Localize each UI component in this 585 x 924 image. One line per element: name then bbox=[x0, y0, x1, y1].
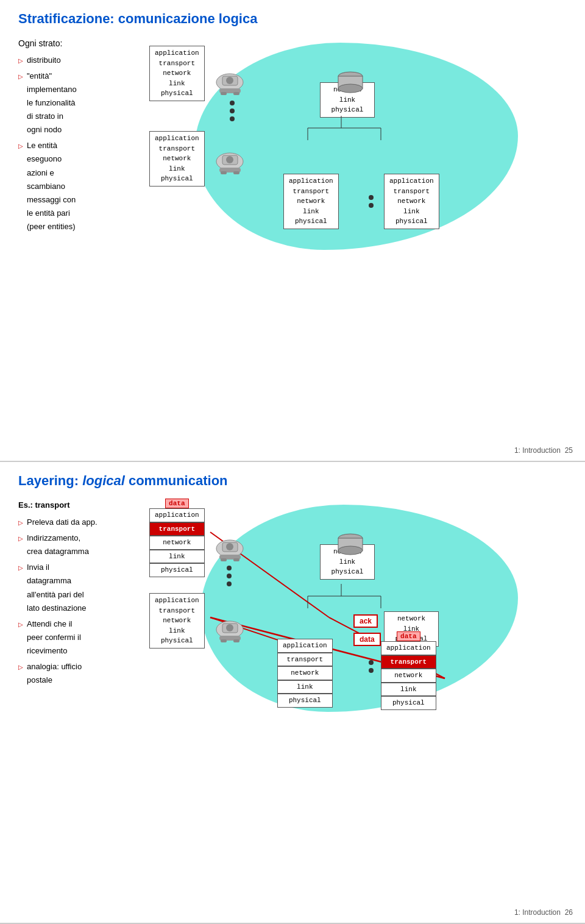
dot bbox=[369, 203, 374, 208]
bullet-icon: ▷ bbox=[18, 563, 23, 573]
stack-dest-right: application transport network link physi… bbox=[384, 174, 439, 229]
stack-layer-transport: transport bbox=[149, 522, 205, 536]
stack-layer: application bbox=[155, 595, 199, 606]
phone-icon-s2-1 bbox=[213, 536, 247, 569]
bullet-icon: ▷ bbox=[18, 141, 23, 151]
stack-layer: link bbox=[289, 207, 333, 217]
stack-sender2: application transport network link physi… bbox=[149, 131, 205, 187]
stack-sender2-s2: application transport network link physi… bbox=[149, 593, 205, 649]
stack-layer-app: application bbox=[149, 508, 205, 522]
stack-dest-left: application transport network link physi… bbox=[283, 174, 339, 229]
bullet-icon: ▷ bbox=[18, 55, 23, 66]
dots-connector bbox=[230, 101, 235, 121]
svg-point-3 bbox=[226, 77, 233, 84]
stack-layer: application bbox=[155, 133, 199, 144]
dot bbox=[227, 581, 232, 586]
stack-layer: application bbox=[389, 176, 434, 187]
stack-layer-network: network bbox=[381, 669, 436, 683]
dot bbox=[369, 668, 374, 673]
svg-point-37 bbox=[338, 546, 363, 555]
dot bbox=[230, 101, 235, 105]
dot bbox=[369, 195, 374, 200]
svg-rect-27 bbox=[221, 558, 227, 561]
router-cylinder-s2 bbox=[335, 532, 366, 559]
stack-layer: physical bbox=[155, 174, 199, 184]
bullet-icon: ▷ bbox=[18, 662, 23, 672]
data-label-top: data bbox=[165, 499, 188, 508]
stack-layer-physical: physical bbox=[381, 696, 436, 710]
stack-layer: transport bbox=[389, 187, 434, 197]
slide2-bullet-text-3: Invia ildatagrammaall'entità pari dellat… bbox=[27, 561, 87, 614]
stack-layer: network bbox=[155, 68, 199, 79]
slide-2: Layering: logical communication Es.: tra… bbox=[0, 462, 585, 924]
svg-rect-33 bbox=[221, 639, 227, 642]
stack-layer-link: link bbox=[277, 680, 333, 694]
phone-icon-1 bbox=[213, 70, 247, 103]
slide1-title: Stratificazione: comunicazione logica bbox=[18, 11, 567, 27]
slide2-page-num: 1: Introduction 26 bbox=[514, 908, 573, 917]
slide2-bullet-text-5: analogia: ufficiopostale bbox=[27, 660, 82, 687]
slide2-heading: Es.: transport bbox=[18, 499, 152, 512]
stack-dest-left-s2: application transport network link physi… bbox=[277, 639, 333, 708]
slide2-bullet-text-4: Attendi che ilpeer confermi ilriceviment… bbox=[27, 617, 81, 658]
svg-rect-5 bbox=[233, 92, 239, 95]
stack-layer: application bbox=[289, 176, 333, 187]
stack-layers-dest-left: application transport network link physi… bbox=[277, 639, 333, 708]
stack-layer: transport bbox=[289, 187, 333, 197]
stack-layer: link bbox=[155, 164, 199, 174]
dots-connector-right bbox=[369, 195, 374, 208]
dot bbox=[230, 116, 235, 121]
dot bbox=[230, 108, 235, 113]
dot bbox=[369, 660, 374, 665]
stack-layer: network bbox=[289, 196, 333, 207]
svg-point-14 bbox=[338, 84, 363, 93]
stack-layer: transport bbox=[155, 606, 199, 616]
stack-layer-transport: transport bbox=[277, 653, 333, 667]
stack-layer-network: network bbox=[149, 536, 205, 550]
stack-layer-link: link bbox=[381, 683, 436, 697]
svg-point-26 bbox=[226, 543, 233, 550]
slide1-title-text: Stratificazione: comunicazione logica bbox=[18, 11, 257, 26]
slide2-bullet-1: ▷ Preleva dati da app. bbox=[18, 516, 152, 529]
slide2-left-text: Es.: transport ▷ Preleva dati da app. ▷ … bbox=[18, 499, 152, 689]
slide2-title-italic: logical bbox=[82, 473, 125, 488]
bullet-icon: ▷ bbox=[18, 533, 23, 544]
stack-layers-dest-right: application transport network link physi… bbox=[381, 641, 436, 710]
svg-point-9 bbox=[226, 156, 233, 163]
slide1-bullet-2: ▷ "entità"implementanole funzionalitàdi … bbox=[18, 69, 152, 137]
stack-layer: link bbox=[155, 626, 199, 636]
bullet-text-1: distribuito bbox=[27, 54, 61, 67]
data-label-dest: data bbox=[397, 631, 420, 641]
slide2-diagram: data application transport network link … bbox=[146, 499, 567, 742]
stack-layer: network bbox=[155, 154, 199, 164]
slide2-bullet-4: ▷ Attendi che ilpeer confermi ilricevime… bbox=[18, 617, 152, 658]
slide2-bullet-text-1: Preleva dati da app. bbox=[27, 516, 98, 529]
slide1-page-num: 1: Introduction 25 bbox=[514, 446, 573, 455]
tree-lines bbox=[292, 116, 414, 177]
stack-layer: link bbox=[389, 207, 434, 217]
stack-layer-link: link bbox=[149, 550, 205, 564]
stack-layer-network: network bbox=[277, 666, 333, 680]
stack-layer-app: application bbox=[277, 639, 333, 653]
dot bbox=[227, 566, 232, 570]
bullet-icon: ▷ bbox=[18, 71, 23, 82]
router-cylinder bbox=[335, 70, 366, 97]
svg-rect-4 bbox=[221, 92, 227, 95]
svg-rect-10 bbox=[221, 171, 227, 174]
stack-layer: physical bbox=[289, 216, 333, 227]
dots-connector-right-s2 bbox=[369, 660, 374, 673]
stack-layer: application bbox=[155, 48, 199, 59]
bullet-icon: ▷ bbox=[18, 517, 23, 528]
dots-connector-s2 bbox=[227, 566, 232, 586]
slide2-title-text2: communication bbox=[125, 473, 228, 488]
slide1-bullet-1: ▷ distribuito bbox=[18, 54, 152, 67]
slide1-bullet-3: ▷ Le entitàeseguonoazioni escambianomess… bbox=[18, 139, 152, 233]
stack-layer-physical: physical bbox=[149, 563, 205, 577]
stack-layer: physical bbox=[325, 105, 369, 115]
stack-sender-s2: data application transport network link … bbox=[149, 499, 205, 577]
bullet-text-3: Le entitàeseguonoazioni escambianomessag… bbox=[27, 139, 76, 233]
slide-1: Stratificazione: comunicazione logica Og… bbox=[0, 0, 585, 462]
slide1-main-bullet: Ogni strato: bbox=[18, 37, 152, 51]
svg-rect-34 bbox=[233, 639, 239, 642]
slide1-diagram: application transport network link physi… bbox=[146, 37, 567, 274]
